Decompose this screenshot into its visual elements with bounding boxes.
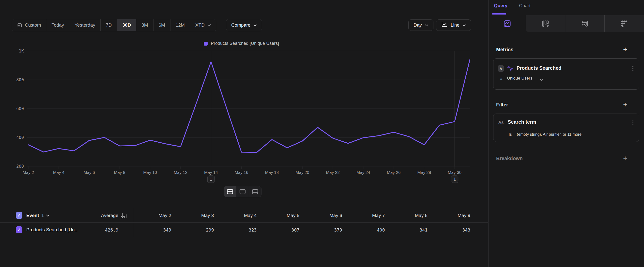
date-column-header[interactable]: May 2 [134, 208, 171, 222]
filter-options-kebab-icon[interactable] [632, 120, 634, 125]
tab-chart[interactable]: Chart [519, 3, 530, 8]
x-axis-label: May 26 [387, 170, 401, 175]
report-type-retention-tab[interactable] [565, 15, 605, 32]
row-checkbox[interactable]: ✓ [16, 226, 22, 233]
line-chart: 1K800600400200May 2May 4May 6May 8May 10… [0, 0, 488, 187]
x-axis-label: May 2 [23, 170, 34, 175]
funnels-icon [542, 20, 549, 27]
measure-dropdown[interactable]: Unique Users [507, 76, 532, 81]
row-data-value: 299 [177, 223, 214, 237]
metric-options-kebab-icon[interactable] [632, 66, 634, 71]
average-header-label: Average [101, 213, 118, 218]
table-data-row: ✓ Products Searched [Un... 426.934929932… [0, 223, 488, 237]
tab-query[interactable]: Query [494, 3, 508, 8]
y-axis-label: 200 [16, 164, 24, 169]
table-column-separator [133, 208, 133, 237]
add-breakdown-button[interactable]: + [623, 155, 628, 162]
date-column-header[interactable]: May 8 [391, 208, 428, 222]
x-axis-label: May 16 [235, 170, 248, 175]
date-column-header[interactable]: May 3 [177, 208, 214, 222]
filter-operator[interactable]: Is [509, 132, 512, 137]
y-axis-label: 600 [16, 106, 24, 111]
x-axis-label: May 4 [53, 170, 64, 175]
table-header-row: ✓ Event 1 Average May 2May 3May 4May 5Ma… [0, 208, 488, 223]
layout-bottom-bar-button[interactable] [249, 186, 261, 197]
filter-section-title: Filter [496, 102, 508, 108]
x-axis-label: May 14 [204, 170, 218, 175]
x-axis-label: May 28 [418, 170, 431, 175]
layout-split-horizontal-button[interactable] [224, 186, 236, 197]
metric-card[interactable]: A Products Searched # Unique Users [493, 58, 639, 90]
y-axis-label: 400 [16, 135, 24, 140]
retention-icon [581, 20, 589, 27]
svg-text:1: 1 [454, 177, 456, 181]
insights-icon [504, 20, 511, 27]
date-column-header[interactable]: May 7 [348, 208, 385, 222]
y-axis-label: 1K [19, 49, 24, 54]
row-data-value: 379 [305, 223, 342, 237]
report-main-pane: CustomTodayYesterday7D30D3M6M12MXTD Comp… [0, 0, 488, 267]
annotation-badge[interactable]: 1 [207, 176, 214, 183]
annotation-badge[interactable]: 1 [451, 176, 458, 183]
x-axis-label: May 22 [326, 170, 340, 175]
layout-toggle-group [224, 186, 262, 197]
x-axis-label: May 18 [265, 170, 279, 175]
chevron-down-icon [540, 78, 543, 82]
row-data-value: 307 [262, 223, 299, 237]
report-type-flows-tab[interactable] [604, 15, 644, 32]
date-column-header[interactable]: May 6 [305, 208, 342, 222]
layout-top-bar-button[interactable] [236, 186, 249, 197]
x-axis-label: May 30 [448, 170, 462, 175]
x-axis-label: May 10 [143, 170, 157, 175]
report-type-tabs [526, 15, 644, 32]
active-tab-underline [492, 13, 506, 15]
metric-name[interactable]: Products Searched [516, 65, 561, 71]
date-column-header[interactable]: May 5 [262, 208, 299, 222]
row-data-value: 341 [391, 223, 428, 237]
date-column-header[interactable]: May 4 [220, 208, 256, 222]
measure-label: Unique Users [507, 76, 532, 81]
event-cursor-icon [507, 65, 514, 73]
x-axis-label: May 6 [84, 170, 95, 175]
string-type-icon: Aa [498, 120, 503, 125]
row-data-value: 349 [134, 223, 171, 237]
chevron-down-icon [46, 213, 50, 218]
x-axis-label: May 20 [296, 170, 309, 175]
event-count: 1 [41, 213, 44, 218]
date-column-header[interactable]: May 9 [434, 208, 470, 222]
metrics-section-title: Metrics [496, 47, 514, 53]
row-data-value: 323 [220, 223, 256, 237]
x-axis-label: May 12 [174, 170, 188, 175]
event-header-label: Event [26, 213, 39, 218]
row-event-label[interactable]: Products Searched [Un... [26, 223, 78, 237]
select-all-checkbox[interactable]: ✓ [16, 212, 22, 219]
breakdown-section-title: Breakdown [496, 156, 523, 161]
filter-value[interactable]: (empty string), Air purifier, or 11 more [517, 132, 582, 137]
report-type-funnels-tab[interactable] [526, 15, 565, 32]
svg-text:1: 1 [210, 177, 212, 181]
filter-card[interactable]: Aa Search term Is (empty string), Air pu… [493, 114, 639, 142]
x-axis-label: May 8 [114, 170, 125, 175]
flows-icon [621, 20, 628, 27]
y-axis-label: 800 [16, 77, 24, 82]
measure-hash-icon: # [500, 76, 502, 81]
series-line [28, 60, 470, 152]
add-metric-button[interactable]: + [623, 46, 628, 53]
event-column-header[interactable]: Event 1 [26, 208, 50, 222]
filter-property-name[interactable]: Search term [508, 119, 536, 125]
metric-letter-badge: A [498, 65, 504, 72]
average-column-header[interactable]: Average [76, 208, 118, 222]
sort-descending-icon[interactable] [120, 212, 127, 220]
x-axis-label: May 24 [356, 170, 370, 175]
add-filter-button[interactable]: + [623, 101, 628, 108]
row-data-value: 343 [434, 223, 470, 237]
row-average-value: 426.9 [76, 223, 118, 237]
query-sidebar: Query Chart Metrics + A Products Searche… [489, 0, 644, 267]
row-data-value: 400 [348, 223, 385, 237]
report-type-insights-tab[interactable] [489, 15, 526, 32]
